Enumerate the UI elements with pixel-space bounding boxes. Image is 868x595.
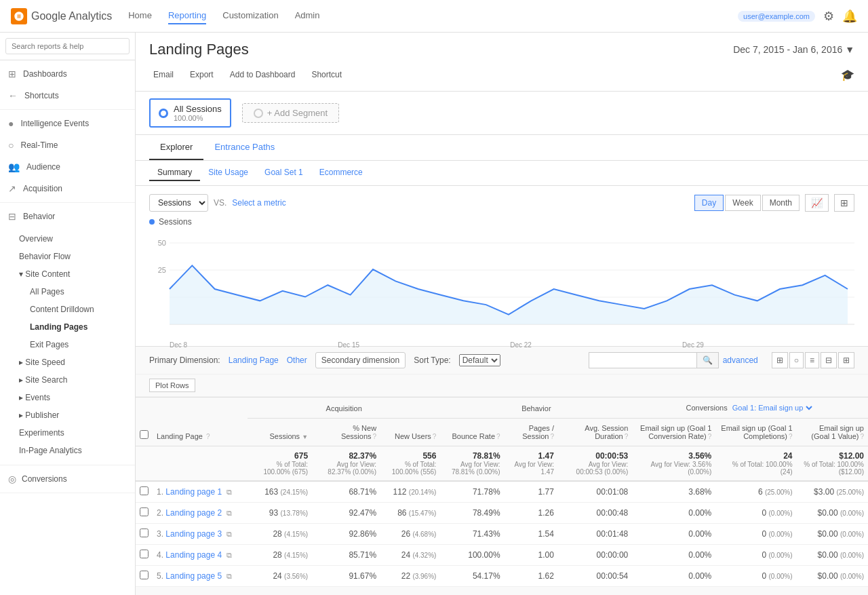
sidebar-item-realtime[interactable]: ○ Real-Time <box>0 134 135 156</box>
col-group-behavior: Behavior <box>440 398 632 419</box>
view-list-btn[interactable]: ≡ <box>805 352 819 368</box>
nav-admin[interactable]: Admin <box>295 7 320 24</box>
row-num: 4. <box>157 550 163 560</box>
nav-customization[interactable]: Customization <box>222 7 278 24</box>
select-all-checkbox[interactable] <box>140 430 149 439</box>
info-icon[interactable]: ? <box>550 433 554 440</box>
nav-home[interactable]: Home <box>128 7 152 24</box>
landing-page-link-1[interactable]: Landing page 1 <box>165 487 222 497</box>
sidebar-item-behavior[interactable]: ⊟ Behavior <box>0 206 135 227</box>
landing-page-link-2[interactable]: Landing page 2 <box>165 508 222 518</box>
vs-label: VS. <box>214 198 226 208</box>
sidebar-item-intelligence[interactable]: ● Intelligence Events <box>0 113 135 134</box>
search-input[interactable] <box>5 38 130 54</box>
sidebar-item-landing-pages[interactable]: Landing Pages <box>11 318 135 336</box>
info-icon[interactable]: ? <box>373 433 377 440</box>
sidebar-item-behavior-flow[interactable]: Behavior Flow <box>0 248 135 265</box>
email-button[interactable]: Email <box>149 68 178 81</box>
bar-chart-btn[interactable]: ⊞ <box>834 194 854 212</box>
copy-icon[interactable]: ⧉ <box>226 530 232 538</box>
info-icon[interactable]: ? <box>206 433 210 440</box>
logo-icon <box>11 8 27 24</box>
notifications-icon[interactable]: 🔔 <box>842 9 857 24</box>
plot-rows-btn[interactable]: Plot Rows <box>149 379 195 392</box>
landing-page-link-4[interactable]: Landing page 4 <box>165 550 222 560</box>
date-range[interactable]: Dec 7, 2015 - Jan 6, 2016 ▼ <box>733 44 854 55</box>
period-week-btn[interactable]: Week <box>725 195 760 211</box>
row-checkbox-1[interactable] <box>140 486 149 495</box>
row-checkbox-2[interactable] <box>140 507 149 516</box>
sub-tab-site-usage[interactable]: Site Usage <box>200 165 256 181</box>
copy-icon[interactable]: ⧉ <box>226 551 232 559</box>
sessions-sort-arrow[interactable]: ▼ <box>302 434 308 440</box>
shortcut-button[interactable]: Shortcut <box>307 68 346 81</box>
chart-legend-label: Sessions <box>159 217 192 227</box>
metric-dropdown[interactable]: Sessions <box>149 194 208 212</box>
sub-tab-ecommerce[interactable]: Ecommerce <box>311 165 371 181</box>
sidebar-item-audience[interactable]: 👥 Audience <box>0 156 135 178</box>
sidebar-item-content-drilldown[interactable]: Content Drilldown <box>11 301 135 318</box>
tab-entrance-paths[interactable]: Entrance Paths <box>203 135 285 160</box>
sub-tab-goal-set[interactable]: Goal Set 1 <box>256 165 311 181</box>
add-dashboard-button[interactable]: Add to Dashboard <box>226 68 300 81</box>
line-chart-btn[interactable]: 📈 <box>805 194 829 212</box>
landing-page-link-5[interactable]: Landing page 5 <box>165 571 222 581</box>
add-segment[interactable]: + Add Segment <box>242 103 339 123</box>
sidebar-item-all-pages[interactable]: All Pages <box>11 283 135 301</box>
secondary-dim-btn[interactable]: Secondary dimension <box>315 352 406 368</box>
row-checkbox-3[interactable] <box>140 529 149 537</box>
content-area: Landing Pages Dec 7, 2015 - Jan 6, 2016 … <box>136 33 868 595</box>
sidebar-item-experiments[interactable]: Experiments <box>0 424 135 442</box>
svg-text:50: 50 <box>158 239 166 247</box>
sidebar-item-acquisition[interactable]: ↗ Acquisition <box>0 178 135 199</box>
sidebar-item-events[interactable]: ▸ Events <box>0 389 135 406</box>
sidebar-item-overview[interactable]: Overview <box>0 230 135 248</box>
sidebar-item-inpage[interactable]: In-Page Analytics <box>0 442 135 459</box>
legend-dot <box>149 219 155 225</box>
period-month-btn[interactable]: Month <box>762 195 800 211</box>
export-button[interactable]: Export <box>186 68 218 81</box>
settings-icon[interactable]: ⚙ <box>823 9 834 24</box>
sub-tab-summary[interactable]: Summary <box>149 165 200 181</box>
row-checkbox-5[interactable] <box>140 571 149 579</box>
user-chip[interactable]: user@example.com <box>738 11 815 22</box>
sidebar-item-dashboards[interactable]: ⊞ Dashboards <box>0 63 135 85</box>
info-icon[interactable]: ? <box>708 433 712 440</box>
view-pivot-btn[interactable]: ⊟ <box>821 352 837 368</box>
advanced-link[interactable]: advanced <box>723 356 758 365</box>
info-icon[interactable]: ? <box>789 433 793 440</box>
sidebar-item-site-search[interactable]: ▸ Site Search <box>0 371 135 389</box>
table-search-input[interactable] <box>589 352 697 368</box>
nav-links: Home Reporting Customization Admin <box>128 7 738 24</box>
info-icon[interactable]: ? <box>433 433 437 440</box>
cap-icon[interactable]: 🎓 <box>841 69 854 81</box>
table-search-btn[interactable]: 🔍 <box>697 352 719 368</box>
copy-icon[interactable]: ⧉ <box>226 488 232 496</box>
sidebar-item-shortcuts[interactable]: ← Shortcuts <box>0 85 135 107</box>
view-map-btn[interactable]: ⊞ <box>838 352 854 368</box>
active-segment[interactable]: All Sessions 100.00% <box>149 98 231 128</box>
goal-dropdown[interactable]: Goal 1: Email sign up <box>730 403 814 412</box>
primary-dim-link[interactable]: Landing Page <box>229 356 279 365</box>
info-icon[interactable]: ? <box>860 433 864 440</box>
select-metric[interactable]: Select a metric <box>232 198 285 208</box>
info-icon[interactable]: ? <box>496 433 500 440</box>
sort-type-select[interactable]: Default <box>459 354 500 366</box>
copy-icon[interactable]: ⧉ <box>226 572 232 580</box>
sidebar-item-site-content[interactable]: ▾ Site Content <box>0 265 135 283</box>
nav-reporting[interactable]: Reporting <box>168 7 206 24</box>
col-group-conversions: Conversions Goal 1: Email sign up <box>632 398 868 419</box>
period-day-btn[interactable]: Day <box>694 195 724 211</box>
sidebar-item-publisher[interactable]: ▸ Publisher <box>0 406 135 424</box>
landing-page-link-3[interactable]: Landing page 3 <box>165 529 222 539</box>
tab-explorer[interactable]: Explorer <box>149 135 203 160</box>
sidebar-item-site-speed[interactable]: ▸ Site Speed <box>0 353 135 371</box>
row-checkbox-4[interactable] <box>140 550 149 558</box>
view-pie-btn[interactable]: ○ <box>789 352 804 368</box>
sidebar-item-exit-pages[interactable]: Exit Pages <box>11 336 135 353</box>
other-dim-link[interactable]: Other <box>287 356 307 365</box>
view-table-btn[interactable]: ⊞ <box>772 352 788 368</box>
info-icon[interactable]: ? <box>625 433 629 440</box>
sidebar-item-conversions[interactable]: ◎ Conversions <box>0 468 135 490</box>
copy-icon[interactable]: ⧉ <box>226 509 232 517</box>
